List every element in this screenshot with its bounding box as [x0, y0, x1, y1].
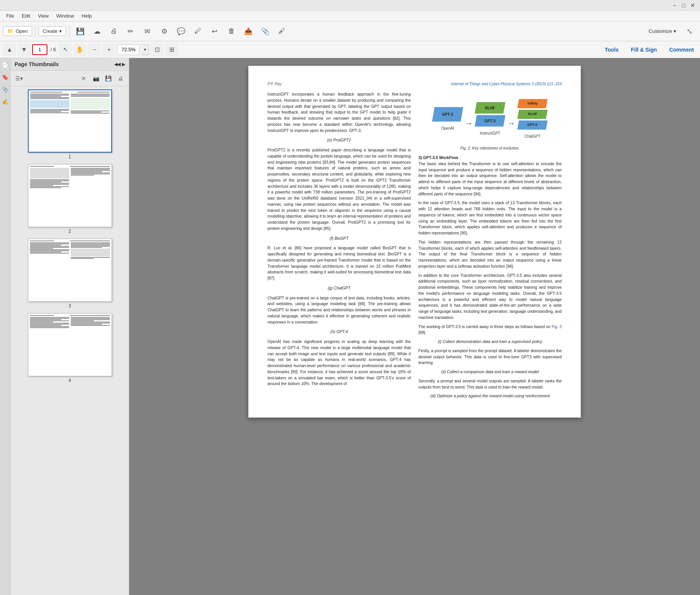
instructgpt-paragraph: InstructGPT incorporates a human feedbac…	[267, 91, 411, 133]
step1-heading: (i) Collect demonstration data and train…	[418, 339, 562, 345]
gpt35-section-num: 3) GPT-3.5 WorkFlow	[418, 155, 562, 161]
open-button[interactable]: 📁 Open	[3, 26, 32, 36]
gpt35-p4-paragraph: In addition to the core Transformer arch…	[418, 273, 562, 321]
next-page-button[interactable]: ▼	[18, 43, 31, 56]
gpt3-label-2: GPT-3	[484, 118, 496, 124]
sidebar: Page Thumbnails ◀◀ ▶ ☰▾ ✕ 📷 💾 🖨	[11, 58, 129, 595]
arrow-2: →	[507, 110, 515, 129]
sidebar-title: Page Thumbnails	[15, 61, 59, 67]
chatgpt-label: ChatGPT	[525, 133, 541, 139]
menu-help[interactable]: Help	[79, 12, 95, 20]
panel-bookmark-icon[interactable]: 🔖	[1, 72, 10, 83]
toolbar-separator-2	[69, 25, 70, 37]
hand-tool-button[interactable]: ✋	[73, 43, 86, 56]
settings-button[interactable]: ⚙	[157, 24, 172, 39]
chatgpt-paragraph: ChatGPT is pre-trained on a large corpus…	[267, 295, 411, 325]
fit-page-button[interactable]: ⊡	[151, 43, 164, 56]
rlhf-block-2: RLHF	[517, 110, 548, 119]
pen-button[interactable]: 🖋	[274, 24, 290, 39]
gpt3-label-3: GPT-3	[527, 122, 537, 128]
save-button[interactable]: 💾	[73, 24, 88, 39]
fullscreen-button[interactable]: ⤡	[682, 24, 697, 39]
select-tool-button[interactable]: ↖	[59, 43, 72, 56]
email-button[interactable]: ✉	[140, 24, 155, 39]
header-journal: Internet of Things and Cyber-Physical Sy…	[451, 81, 562, 87]
toolbar-right: Customize ▾ ⤡	[646, 24, 697, 39]
gpt3-block-3: GPT-3	[517, 120, 548, 130]
tools-tab[interactable]: Tools	[602, 45, 622, 54]
gpt35-intro-paragraph: The basic idea behind the Transformer is…	[418, 161, 562, 197]
safety-label: Safety	[527, 101, 538, 106]
rlhf-label-2: RLHF	[528, 112, 537, 117]
menu-file[interactable]: File	[3, 12, 17, 20]
speech-button[interactable]: 💬	[173, 24, 189, 39]
close-button[interactable]: ✕	[689, 1, 697, 10]
gpt4-paragraph: OpenAI has made significant progress in …	[267, 339, 411, 387]
openai-block: GPT-3 OpenAI	[433, 107, 462, 131]
create-button[interactable]: Create ▾	[39, 26, 66, 36]
send-button[interactable]: 📤	[241, 24, 256, 39]
menu-bar: File Edit View Window Help	[0, 11, 700, 21]
nav-right-tabs: Tools Fill & Sign Comment	[602, 45, 697, 54]
navigation-bar: ▲ ▼ / 6 ↖ ✋ − + ▾ ⊡ ⊞ Tools Fill & Sign …	[0, 41, 700, 58]
panel-attach-icon[interactable]: 📎	[1, 84, 10, 95]
safety-block: Safety	[517, 99, 548, 108]
zoom-level-input[interactable]	[117, 44, 140, 55]
fit-width-button[interactable]: ⊞	[165, 43, 178, 56]
bookmark-button[interactable]: 🖊	[190, 24, 206, 39]
panel-sign-icon[interactable]: ✍	[1, 96, 10, 107]
thumbnail-page-1[interactable]: 1	[14, 89, 126, 159]
sidebar-print-button[interactable]: 🖨	[115, 73, 126, 84]
thumbnails-list: 1	[11, 86, 129, 595]
menu-edit[interactable]: Edit	[19, 12, 33, 20]
edit-text-button[interactable]: ✏	[123, 24, 138, 39]
page-number-input[interactable]	[32, 44, 47, 55]
open-label: Open	[16, 28, 28, 34]
customize-button[interactable]: Customize ▾	[646, 27, 679, 36]
figure-2: GPT-3 OpenAI → RLHF	[418, 95, 562, 151]
document-viewer[interactable]: P.P. Ray Internet of Things and Cyber-Ph…	[129, 58, 700, 595]
rlhf-label-1: RLHF	[485, 105, 495, 111]
panel-page-icon[interactable]: 📄	[1, 60, 10, 70]
gpt3-label-1: GPT-3	[442, 112, 453, 117]
delete-button[interactable]: 🗑	[224, 24, 239, 39]
zoom-out-button[interactable]: −	[88, 43, 101, 56]
sidebar-menu-button[interactable]: ☰▾	[14, 73, 24, 84]
sidebar-delete-button[interactable]: ✕	[78, 73, 89, 84]
right-column: GPT-3 OpenAI → RLHF	[418, 91, 562, 402]
step1-paragraph: Firstly, a prompt is sampled from the pr…	[418, 348, 562, 366]
zoom-dropdown[interactable]: ▾	[141, 44, 149, 55]
thumbnail-page-3[interactable]: 3	[14, 239, 126, 309]
prev-page-button[interactable]: ▲	[3, 43, 16, 56]
page-total: / 6	[49, 47, 57, 52]
figure-2-caption: Fig. 2. Key milestones of evolution.	[418, 145, 562, 151]
step2-heading: (ii) Collect a comparison data and train…	[418, 369, 562, 375]
sidebar-nav-first[interactable]: ◀◀	[114, 62, 120, 67]
page-header: P.P. Ray Internet of Things and Cyber-Ph…	[267, 81, 562, 87]
sidebar-save-button[interactable]: 💾	[103, 73, 113, 84]
menu-view[interactable]: View	[35, 12, 52, 20]
customize-arrow-icon: ▾	[674, 28, 676, 34]
create-label: Create	[43, 28, 58, 34]
comment-tab[interactable]: Comment	[666, 45, 697, 54]
thumbnail-page-4[interactable]: 4	[14, 313, 126, 383]
menu-window[interactable]: Window	[53, 12, 77, 20]
upload-cloud-button[interactable]: ☁	[89, 24, 105, 39]
print-button[interactable]: 🖨	[106, 24, 122, 39]
main-content: 📄 🔖 📎 ✍ Page Thumbnails ◀◀ ▶ ☰▾ ✕ 📷 💾 🖨	[0, 58, 700, 595]
gpt3-block-2: GPT-3	[475, 115, 505, 127]
fill-sign-tab[interactable]: Fill & Sign	[628, 45, 660, 54]
biogpt-heading: (f) BioGPT	[267, 236, 411, 242]
sidebar-nav-prev[interactable]: ▶	[122, 62, 125, 67]
evolution-diagram: GPT-3 OpenAI → RLHF	[418, 95, 562, 143]
zoom-in-button[interactable]: +	[102, 43, 115, 56]
minimize-button[interactable]: −	[670, 1, 679, 10]
undo-button[interactable]: ↩	[207, 24, 222, 39]
maximize-button[interactable]: □	[679, 1, 688, 10]
thumbnail-label-3: 3	[68, 303, 71, 309]
biogpt-paragraph: R. Luo et al. [86] have proposed a langu…	[267, 245, 411, 281]
sidebar-camera-button[interactable]: 📷	[91, 73, 101, 84]
thumbnail-page-2[interactable]: 2	[14, 164, 126, 234]
gpt35-p5-paragraph: The working of GPT-3.5 is carried away i…	[418, 324, 562, 336]
attach-button[interactable]: 📎	[258, 24, 273, 39]
